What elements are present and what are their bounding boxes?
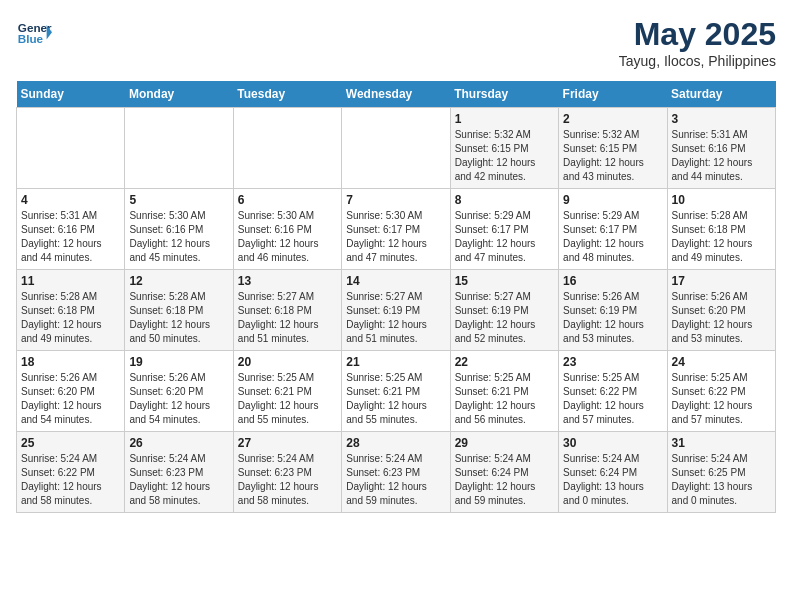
day-number: 15 bbox=[455, 274, 554, 288]
day-number: 26 bbox=[129, 436, 228, 450]
day-number: 10 bbox=[672, 193, 771, 207]
day-info: Sunrise: 5:31 AMSunset: 6:16 PMDaylight:… bbox=[21, 209, 120, 265]
day-number: 27 bbox=[238, 436, 337, 450]
calendar-day-cell: 26Sunrise: 5:24 AMSunset: 6:23 PMDayligh… bbox=[125, 432, 233, 513]
day-info: Sunrise: 5:24 AMSunset: 6:23 PMDaylight:… bbox=[238, 452, 337, 508]
day-number: 13 bbox=[238, 274, 337, 288]
calendar-day-cell bbox=[233, 108, 341, 189]
calendar-day-cell bbox=[342, 108, 450, 189]
calendar-day-cell: 22Sunrise: 5:25 AMSunset: 6:21 PMDayligh… bbox=[450, 351, 558, 432]
calendar-day-cell: 21Sunrise: 5:25 AMSunset: 6:21 PMDayligh… bbox=[342, 351, 450, 432]
day-info: Sunrise: 5:30 AMSunset: 6:16 PMDaylight:… bbox=[238, 209, 337, 265]
day-number: 6 bbox=[238, 193, 337, 207]
calendar-week-row: 25Sunrise: 5:24 AMSunset: 6:22 PMDayligh… bbox=[17, 432, 776, 513]
day-info: Sunrise: 5:31 AMSunset: 6:16 PMDaylight:… bbox=[672, 128, 771, 184]
calendar-day-header: Monday bbox=[125, 81, 233, 108]
page-header: General Blue General Blue May 2025 Tayug… bbox=[16, 16, 776, 69]
calendar-day-cell: 25Sunrise: 5:24 AMSunset: 6:22 PMDayligh… bbox=[17, 432, 125, 513]
day-number: 3 bbox=[672, 112, 771, 126]
calendar-week-row: 18Sunrise: 5:26 AMSunset: 6:20 PMDayligh… bbox=[17, 351, 776, 432]
day-number: 8 bbox=[455, 193, 554, 207]
day-info: Sunrise: 5:26 AMSunset: 6:20 PMDaylight:… bbox=[672, 290, 771, 346]
calendar-day-header: Thursday bbox=[450, 81, 558, 108]
calendar-day-cell bbox=[17, 108, 125, 189]
day-number: 31 bbox=[672, 436, 771, 450]
calendar-day-cell: 2Sunrise: 5:32 AMSunset: 6:15 PMDaylight… bbox=[559, 108, 667, 189]
calendar-day-header: Saturday bbox=[667, 81, 775, 108]
calendar-day-header: Wednesday bbox=[342, 81, 450, 108]
day-info: Sunrise: 5:24 AMSunset: 6:23 PMDaylight:… bbox=[129, 452, 228, 508]
calendar-day-cell: 14Sunrise: 5:27 AMSunset: 6:19 PMDayligh… bbox=[342, 270, 450, 351]
day-number: 23 bbox=[563, 355, 662, 369]
day-info: Sunrise: 5:25 AMSunset: 6:22 PMDaylight:… bbox=[672, 371, 771, 427]
day-info: Sunrise: 5:25 AMSunset: 6:22 PMDaylight:… bbox=[563, 371, 662, 427]
calendar-day-cell: 6Sunrise: 5:30 AMSunset: 6:16 PMDaylight… bbox=[233, 189, 341, 270]
calendar-day-cell: 4Sunrise: 5:31 AMSunset: 6:16 PMDaylight… bbox=[17, 189, 125, 270]
day-info: Sunrise: 5:29 AMSunset: 6:17 PMDaylight:… bbox=[563, 209, 662, 265]
day-info: Sunrise: 5:24 AMSunset: 6:24 PMDaylight:… bbox=[563, 452, 662, 508]
calendar-day-cell: 19Sunrise: 5:26 AMSunset: 6:20 PMDayligh… bbox=[125, 351, 233, 432]
day-number: 14 bbox=[346, 274, 445, 288]
day-info: Sunrise: 5:24 AMSunset: 6:24 PMDaylight:… bbox=[455, 452, 554, 508]
day-number: 5 bbox=[129, 193, 228, 207]
calendar-day-cell: 1Sunrise: 5:32 AMSunset: 6:15 PMDaylight… bbox=[450, 108, 558, 189]
calendar-day-header: Sunday bbox=[17, 81, 125, 108]
day-number: 18 bbox=[21, 355, 120, 369]
svg-text:Blue: Blue bbox=[18, 32, 44, 45]
calendar-day-cell: 24Sunrise: 5:25 AMSunset: 6:22 PMDayligh… bbox=[667, 351, 775, 432]
calendar-day-cell: 5Sunrise: 5:30 AMSunset: 6:16 PMDaylight… bbox=[125, 189, 233, 270]
calendar-day-cell: 30Sunrise: 5:24 AMSunset: 6:24 PMDayligh… bbox=[559, 432, 667, 513]
day-info: Sunrise: 5:25 AMSunset: 6:21 PMDaylight:… bbox=[238, 371, 337, 427]
calendar-subtitle: Tayug, Ilocos, Philippines bbox=[619, 53, 776, 69]
day-info: Sunrise: 5:27 AMSunset: 6:19 PMDaylight:… bbox=[455, 290, 554, 346]
day-number: 29 bbox=[455, 436, 554, 450]
calendar-day-cell bbox=[125, 108, 233, 189]
day-number: 1 bbox=[455, 112, 554, 126]
day-info: Sunrise: 5:30 AMSunset: 6:16 PMDaylight:… bbox=[129, 209, 228, 265]
calendar-header-row: SundayMondayTuesdayWednesdayThursdayFrid… bbox=[17, 81, 776, 108]
day-number: 9 bbox=[563, 193, 662, 207]
day-number: 28 bbox=[346, 436, 445, 450]
day-number: 30 bbox=[563, 436, 662, 450]
day-number: 11 bbox=[21, 274, 120, 288]
day-number: 4 bbox=[21, 193, 120, 207]
calendar-day-cell: 12Sunrise: 5:28 AMSunset: 6:18 PMDayligh… bbox=[125, 270, 233, 351]
day-number: 17 bbox=[672, 274, 771, 288]
day-number: 21 bbox=[346, 355, 445, 369]
calendar-day-cell: 11Sunrise: 5:28 AMSunset: 6:18 PMDayligh… bbox=[17, 270, 125, 351]
title-block: May 2025 Tayug, Ilocos, Philippines bbox=[619, 16, 776, 69]
calendar-day-cell: 20Sunrise: 5:25 AMSunset: 6:21 PMDayligh… bbox=[233, 351, 341, 432]
calendar-table: SundayMondayTuesdayWednesdayThursdayFrid… bbox=[16, 81, 776, 513]
calendar-day-cell: 8Sunrise: 5:29 AMSunset: 6:17 PMDaylight… bbox=[450, 189, 558, 270]
calendar-day-cell: 28Sunrise: 5:24 AMSunset: 6:23 PMDayligh… bbox=[342, 432, 450, 513]
day-info: Sunrise: 5:24 AMSunset: 6:23 PMDaylight:… bbox=[346, 452, 445, 508]
calendar-day-header: Friday bbox=[559, 81, 667, 108]
calendar-day-cell: 27Sunrise: 5:24 AMSunset: 6:23 PMDayligh… bbox=[233, 432, 341, 513]
day-number: 24 bbox=[672, 355, 771, 369]
day-number: 25 bbox=[21, 436, 120, 450]
calendar-day-cell: 29Sunrise: 5:24 AMSunset: 6:24 PMDayligh… bbox=[450, 432, 558, 513]
calendar-week-row: 11Sunrise: 5:28 AMSunset: 6:18 PMDayligh… bbox=[17, 270, 776, 351]
logo: General Blue General Blue bbox=[16, 16, 52, 52]
day-number: 7 bbox=[346, 193, 445, 207]
day-info: Sunrise: 5:27 AMSunset: 6:19 PMDaylight:… bbox=[346, 290, 445, 346]
calendar-day-cell: 3Sunrise: 5:31 AMSunset: 6:16 PMDaylight… bbox=[667, 108, 775, 189]
day-info: Sunrise: 5:25 AMSunset: 6:21 PMDaylight:… bbox=[346, 371, 445, 427]
day-info: Sunrise: 5:26 AMSunset: 6:19 PMDaylight:… bbox=[563, 290, 662, 346]
day-info: Sunrise: 5:32 AMSunset: 6:15 PMDaylight:… bbox=[455, 128, 554, 184]
calendar-week-row: 4Sunrise: 5:31 AMSunset: 6:16 PMDaylight… bbox=[17, 189, 776, 270]
calendar-day-cell: 9Sunrise: 5:29 AMSunset: 6:17 PMDaylight… bbox=[559, 189, 667, 270]
day-info: Sunrise: 5:28 AMSunset: 6:18 PMDaylight:… bbox=[129, 290, 228, 346]
day-info: Sunrise: 5:32 AMSunset: 6:15 PMDaylight:… bbox=[563, 128, 662, 184]
day-info: Sunrise: 5:27 AMSunset: 6:18 PMDaylight:… bbox=[238, 290, 337, 346]
calendar-day-cell: 16Sunrise: 5:26 AMSunset: 6:19 PMDayligh… bbox=[559, 270, 667, 351]
day-info: Sunrise: 5:26 AMSunset: 6:20 PMDaylight:… bbox=[129, 371, 228, 427]
calendar-week-row: 1Sunrise: 5:32 AMSunset: 6:15 PMDaylight… bbox=[17, 108, 776, 189]
day-number: 20 bbox=[238, 355, 337, 369]
calendar-day-cell: 15Sunrise: 5:27 AMSunset: 6:19 PMDayligh… bbox=[450, 270, 558, 351]
day-number: 2 bbox=[563, 112, 662, 126]
day-info: Sunrise: 5:28 AMSunset: 6:18 PMDaylight:… bbox=[672, 209, 771, 265]
calendar-day-cell: 17Sunrise: 5:26 AMSunset: 6:20 PMDayligh… bbox=[667, 270, 775, 351]
calendar-day-cell: 31Sunrise: 5:24 AMSunset: 6:25 PMDayligh… bbox=[667, 432, 775, 513]
calendar-day-header: Tuesday bbox=[233, 81, 341, 108]
